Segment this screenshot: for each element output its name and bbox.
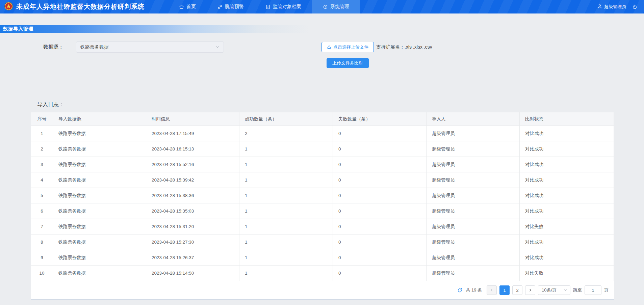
table-cell: 超级管理员 bbox=[427, 141, 520, 157]
select-upload-file-label: 点击选择上传文件 bbox=[333, 44, 368, 50]
nav-menu: 首页 脱管预警 监管对象档案 bbox=[168, 0, 360, 13]
prev-page-button[interactable] bbox=[487, 285, 497, 295]
table-row: 6铁路票务数据2023-04-28 15:35:0310超级管理员对比成功 bbox=[31, 203, 614, 219]
table-cell: 铁路票务数据 bbox=[53, 172, 146, 188]
table-cell: 铁路票务数据 bbox=[53, 157, 146, 172]
table-cell: 对比成功 bbox=[520, 234, 614, 250]
table-cell: 铁路票务数据 bbox=[53, 234, 146, 250]
section-bar: 数据导入管理 bbox=[0, 25, 644, 33]
table-cell: 1 bbox=[239, 250, 333, 266]
table-cell: 1 bbox=[239, 172, 333, 188]
table-cell: 对比成功 bbox=[520, 141, 614, 157]
table-cell: 2023-04-28 15:35:03 bbox=[146, 203, 239, 219]
pagination-total: 共 19 条 bbox=[466, 287, 482, 293]
table-cell: 铁路票务数据 bbox=[53, 203, 146, 219]
table-cell: 0 bbox=[333, 141, 427, 157]
table-cell: 1 bbox=[239, 188, 333, 203]
table-cell: 铁路票务数据 bbox=[53, 126, 146, 141]
table-cell: 对比成功 bbox=[520, 250, 614, 266]
nav-item-subject-archives[interactable]: 监管对象档案 bbox=[255, 0, 312, 13]
table-cell: 对比失败 bbox=[520, 219, 614, 234]
table-row: 8铁路票务数据2023-04-28 15:27:3010超级管理员对比成功 bbox=[31, 234, 614, 250]
table-cell: 9 bbox=[31, 250, 53, 266]
user-menu[interactable]: 超级管理员 bbox=[597, 4, 626, 10]
table-cell: 对比成功 bbox=[520, 126, 614, 141]
link-icon bbox=[217, 4, 223, 9]
upload-icon bbox=[327, 45, 331, 49]
table-cell: 2023-04-28 15:26:37 bbox=[146, 250, 239, 266]
table-cell: 对比成功 bbox=[520, 188, 614, 203]
page-size-value: 10条/页 bbox=[542, 287, 557, 293]
table-cell: 0 bbox=[333, 157, 427, 172]
table-cell: 对比失败 bbox=[520, 266, 614, 281]
datasource-select[interactable]: 铁路票务数据 bbox=[76, 41, 224, 53]
document-icon bbox=[265, 4, 271, 9]
table-row: 2铁路票务数据2023-04-28 16:15:1310超级管理员对比成功 bbox=[31, 141, 614, 157]
table-cell: 0 bbox=[333, 126, 427, 141]
table-cell: 2 bbox=[239, 126, 333, 141]
power-icon[interactable] bbox=[632, 4, 637, 9]
table-cell: 0 bbox=[333, 266, 427, 281]
table-cell: 7 bbox=[31, 219, 53, 234]
table-header-row: 序号 导入数据源 时间信息 成功数量（条） 失败数量（条） 导入人 比对状态 bbox=[31, 112, 614, 126]
nav-item-escape-warning[interactable]: 脱管预警 bbox=[207, 0, 255, 13]
table-cell: 铁路票务数据 bbox=[53, 141, 146, 157]
national-emblem-logo-icon bbox=[4, 2, 13, 12]
nav-item-label: 系统管理 bbox=[330, 4, 349, 10]
nav-item-system-management[interactable]: 系统管理 bbox=[312, 0, 360, 13]
column-header-success-count: 成功数量（条） bbox=[239, 112, 333, 126]
table-cell: 6 bbox=[31, 203, 53, 219]
table-cell: 0 bbox=[333, 172, 427, 188]
table-row: 5铁路票务数据2023-04-28 15:38:3610超级管理员对比成功 bbox=[31, 188, 614, 203]
table-cell: 5 bbox=[31, 188, 53, 203]
table-cell: 超级管理员 bbox=[427, 172, 520, 188]
table-cell: 超级管理员 bbox=[427, 250, 520, 266]
jump-page-input[interactable] bbox=[585, 285, 601, 295]
nav-right: 超级管理员 bbox=[597, 0, 644, 13]
import-log-card: 序号 导入数据源 时间信息 成功数量（条） 失败数量（条） 导入人 比对状态 1… bbox=[31, 112, 614, 300]
page-button-2[interactable]: 2 bbox=[512, 285, 522, 295]
table-cell: 4 bbox=[31, 172, 53, 188]
nav-item-label: 脱管预警 bbox=[225, 4, 244, 10]
nav-item-label: 首页 bbox=[186, 4, 196, 10]
user-icon bbox=[597, 4, 602, 10]
table-cell: 8 bbox=[31, 234, 53, 250]
page-size-select[interactable]: 10条/页 bbox=[538, 285, 570, 295]
table-cell: 2023-04-28 15:31:20 bbox=[146, 219, 239, 234]
table-cell: 2023-04-28 15:52:16 bbox=[146, 157, 239, 172]
upload-compare-button[interactable]: 上传文件并比对 bbox=[327, 58, 369, 68]
navbar: 未成年人异地社矫监督大数据分析研判系统 首页 脱管预警 bbox=[0, 0, 644, 13]
next-page-button[interactable] bbox=[525, 285, 535, 295]
column-header-index: 序号 bbox=[31, 112, 53, 126]
table-cell: 超级管理员 bbox=[427, 188, 520, 203]
refresh-icon[interactable] bbox=[457, 288, 462, 293]
import-log-table: 序号 导入数据源 时间信息 成功数量（条） 失败数量（条） 导入人 比对状态 1… bbox=[31, 112, 614, 281]
nav-item-label: 监管对象档案 bbox=[273, 4, 301, 10]
page-button-1[interactable]: 1 bbox=[499, 285, 510, 295]
table-row: 10铁路票务数据2023-04-28 15:14:5010超级管理员对比失败 bbox=[31, 266, 614, 281]
table-cell: 0 bbox=[333, 234, 427, 250]
table-cell: 超级管理员 bbox=[427, 234, 520, 250]
table-row: 7铁路票务数据2023-04-28 15:31:2010超级管理员对比失败 bbox=[31, 219, 614, 234]
datasource-label: 数据源： bbox=[43, 44, 63, 50]
column-header-importer: 导入人 bbox=[427, 112, 520, 126]
table-cell: 2023-04-28 15:14:50 bbox=[146, 266, 239, 281]
nav-item-home[interactable]: 首页 bbox=[168, 0, 207, 13]
table-cell: 2023-04-28 15:39:42 bbox=[146, 172, 239, 188]
table-row: 1铁路票务数据2023-04-28 17:15:4920超级管理员对比成功 bbox=[31, 126, 614, 141]
home-icon bbox=[179, 4, 184, 9]
table-cell: 1 bbox=[239, 234, 333, 250]
chevron-down-icon bbox=[564, 288, 567, 293]
pagination-bar: 共 19 条 1 2 10条/页 跳至 页 bbox=[31, 281, 614, 299]
jump-label: 跳至 bbox=[573, 287, 582, 293]
select-upload-file-button[interactable]: 点击选择上传文件 bbox=[321, 42, 374, 52]
table-cell: 对比成功 bbox=[520, 203, 614, 219]
table-cell: 1 bbox=[239, 203, 333, 219]
table-row: 4铁路票务数据2023-04-28 15:39:4210超级管理员对比成功 bbox=[31, 172, 614, 188]
table-cell: 0 bbox=[333, 188, 427, 203]
table-cell: 对比成功 bbox=[520, 172, 614, 188]
app-title: 未成年人异地社矫监督大数据分析研判系统 bbox=[16, 2, 145, 11]
page-title: 数据导入管理 bbox=[0, 26, 33, 32]
upload-compare-label: 上传文件并比对 bbox=[332, 60, 363, 66]
extension-hint: 支持扩展名：.xls .xlsx .csv bbox=[376, 44, 432, 50]
